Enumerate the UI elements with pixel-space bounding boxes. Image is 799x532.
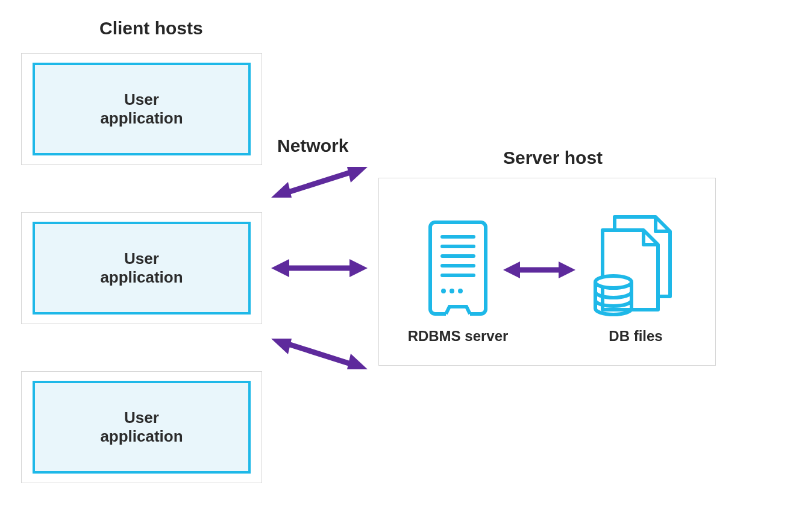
client-hosts-heading: Client hosts — [99, 18, 203, 38]
svg-marker-5 — [349, 259, 368, 277]
db-files-label: DB files — [603, 328, 669, 344]
rdbms-server-label: RDBMS server — [407, 328, 509, 344]
svg-marker-2 — [347, 167, 368, 183]
double-arrow-icon — [271, 256, 368, 280]
svg-marker-20 — [503, 261, 520, 278]
svg-marker-1 — [271, 182, 292, 198]
client-host-card: User application — [21, 212, 262, 324]
svg-line-6 — [286, 343, 352, 365]
user-application-box: User application — [33, 63, 251, 155]
svg-marker-4 — [271, 259, 289, 277]
double-arrow-icon — [503, 258, 575, 282]
server-host-heading: Server host — [503, 148, 603, 167]
server-rack-icon — [428, 220, 488, 316]
user-application-box: User application — [33, 381, 251, 474]
double-arrow-icon — [271, 334, 368, 374]
client-host-card: User application — [21, 53, 262, 165]
svg-point-22 — [595, 276, 631, 288]
svg-point-16 — [450, 289, 454, 293]
db-files-icon — [591, 212, 681, 321]
network-heading: Network — [277, 136, 348, 155]
svg-line-0 — [286, 172, 352, 193]
svg-point-15 — [441, 289, 446, 293]
client-host-card: User application — [21, 371, 262, 483]
svg-marker-21 — [559, 261, 575, 278]
svg-marker-8 — [347, 354, 368, 369]
svg-point-17 — [458, 289, 463, 293]
user-application-box: User application — [33, 222, 251, 315]
double-arrow-icon — [271, 163, 368, 202]
svg-marker-7 — [271, 339, 292, 354]
